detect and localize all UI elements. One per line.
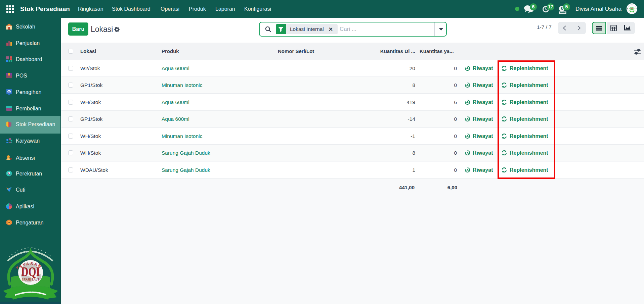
svg-text:$: $ bbox=[561, 7, 563, 11]
svg-text:$: $ bbox=[8, 90, 10, 94]
svg-text:TANAH LAUT: TANAH LAUT bbox=[22, 277, 39, 281]
